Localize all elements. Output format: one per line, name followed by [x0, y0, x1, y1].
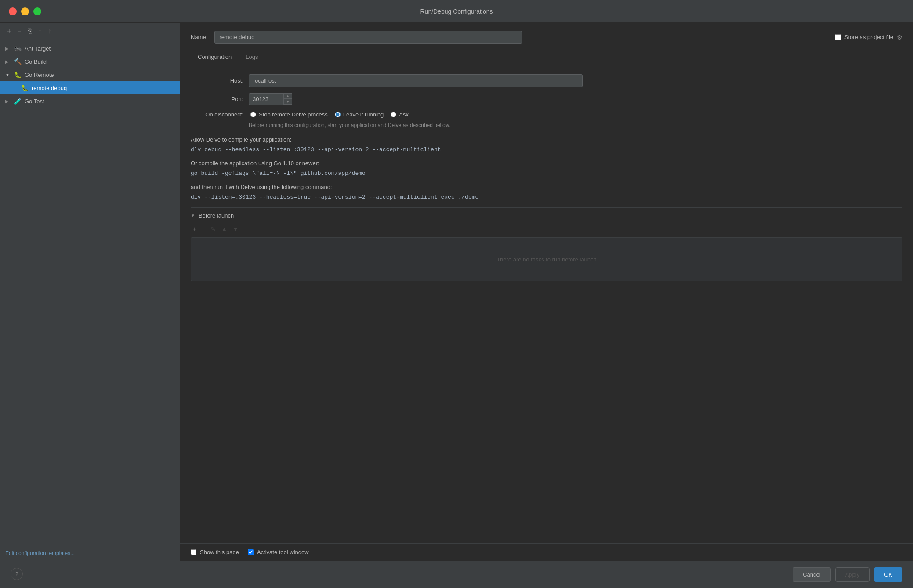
- ok-button[interactable]: OK: [874, 567, 902, 582]
- footer-buttons: Cancel Apply OK: [180, 561, 913, 588]
- code-block-2: go build -gcflags \"all=-N -l\" github.c…: [191, 170, 902, 177]
- config-tree: ▶ 🐜 Ant Target ▶ 🔨 Go Build ▼ 🐛 Go Remot…: [0, 40, 180, 544]
- port-row: Port: ▲ ▼: [191, 93, 902, 105]
- port-input[interactable]: [249, 93, 284, 105]
- host-row: Host:: [191, 74, 902, 87]
- disconnect-row: On disconnect: Stop remote Delve process…: [191, 111, 902, 118]
- before-launch-header[interactable]: ▼ Before launch: [191, 208, 902, 222]
- bl-down-button[interactable]: ▼: [230, 224, 241, 234]
- right-header: Name: Store as project file ⚙: [180, 23, 913, 49]
- title-bar: Run/Debug Configurations: [0, 0, 913, 23]
- port-wrapper: ▲ ▼: [249, 93, 292, 105]
- bl-up-button[interactable]: ▲: [219, 224, 229, 234]
- before-launch-label: Before launch: [199, 212, 234, 219]
- radio-stop-input[interactable]: [250, 112, 256, 117]
- window-title: Run/Debug Configurations: [420, 8, 493, 15]
- port-spinner: ▲ ▼: [283, 93, 292, 105]
- radio-leave[interactable]: Leave it running: [335, 111, 384, 118]
- empty-tasks-label: There are no tasks to run before launch: [496, 239, 597, 280]
- host-input[interactable]: [249, 74, 583, 87]
- store-project-label: Store as project file: [844, 34, 893, 40]
- tree-item-remote-debug[interactable]: 🐛 remote debug: [0, 81, 180, 94]
- tree-arrow-ant: ▶: [5, 46, 11, 51]
- cancel-button[interactable]: Cancel: [793, 567, 830, 582]
- tree-label-go-build: Go Build: [25, 58, 47, 65]
- tree-arrow-go-test: ▶: [5, 99, 11, 104]
- tree-label-go-test: Go Test: [25, 98, 44, 105]
- store-project-option: Store as project file ⚙: [835, 34, 902, 41]
- toolbar: + − ⎘ ↑ ↕: [0, 23, 180, 40]
- move-up-button[interactable]: ↑: [36, 26, 43, 36]
- collapse-arrow-icon: ▼: [191, 213, 195, 218]
- minimize-button[interactable]: [21, 7, 29, 15]
- bl-edit-button[interactable]: ✎: [208, 224, 218, 234]
- gear-icon[interactable]: ⚙: [897, 34, 902, 41]
- name-label: Name:: [191, 34, 207, 40]
- radio-ask-input[interactable]: [391, 112, 396, 117]
- add-config-button[interactable]: +: [5, 26, 13, 36]
- ant-icon: 🐜: [13, 44, 22, 53]
- tree-item-ant-target[interactable]: ▶ 🐜 Ant Target: [0, 42, 180, 55]
- before-launch-area: There are no tasks to run before launch: [191, 237, 902, 281]
- disconnect-label: On disconnect:: [191, 111, 243, 118]
- tree-item-go-build[interactable]: ▶ 🔨 Go Build: [0, 55, 180, 68]
- tab-configuration[interactable]: Configuration: [191, 49, 239, 65]
- show-page-label: Show this page: [200, 549, 239, 555]
- compile-text: Or compile the application using Go 1.10…: [191, 160, 902, 167]
- help-button[interactable]: ?: [11, 568, 23, 580]
- activate-window-checkbox[interactable]: [248, 549, 254, 555]
- port-label: Port:: [191, 96, 243, 102]
- tree-label-remote-debug: remote debug: [32, 85, 67, 91]
- store-project-checkbox[interactable]: [835, 34, 841, 40]
- tabs-bar: Configuration Logs: [180, 49, 913, 65]
- run-text: and then run it with Delve using the fol…: [191, 184, 902, 190]
- edit-templates-link[interactable]: Edit configuration templates...: [0, 544, 180, 563]
- right-panel: Name: Store as project file ⚙ Configurat…: [180, 23, 913, 588]
- info-text: Before running this configuration, start…: [249, 121, 902, 129]
- tree-label-go-remote: Go Remote: [25, 72, 54, 78]
- tree-arrow-go-remote: ▼: [5, 73, 11, 77]
- name-row: Name:: [191, 31, 824, 44]
- tree-label-ant: Ant Target: [25, 45, 51, 52]
- apply-button[interactable]: Apply: [835, 567, 870, 582]
- tree-arrow-go-build: ▶: [5, 59, 11, 64]
- bottom-options: Show this page Activate tool window: [180, 543, 913, 561]
- before-launch-toolbar: + − ✎ ▲ ▼: [191, 222, 902, 237]
- code-block-3: dlv --listen=:30123 --headless=true --ap…: [191, 194, 902, 200]
- config-content: Host: Port: ▲ ▼ On disconnect:: [180, 65, 913, 543]
- name-input[interactable]: [214, 31, 522, 44]
- show-page-option[interactable]: Show this page: [191, 549, 239, 555]
- tree-item-go-remote[interactable]: ▼ 🐛 Go Remote: [0, 68, 180, 81]
- radio-ask[interactable]: Ask: [391, 111, 409, 118]
- maximize-button[interactable]: [33, 7, 41, 15]
- sort-button[interactable]: ↕: [46, 26, 53, 36]
- before-launch-section: ▼ Before launch + − ✎ ▲ ▼ There are no t…: [191, 207, 902, 281]
- bl-add-button[interactable]: +: [191, 224, 199, 234]
- remove-config-button[interactable]: −: [15, 26, 23, 36]
- radio-leave-input[interactable]: [335, 112, 341, 117]
- tree-item-go-test[interactable]: ▶ 🧪 Go Test: [0, 94, 180, 108]
- window-controls: [9, 7, 41, 15]
- radio-stop[interactable]: Stop remote Delve process: [250, 111, 328, 118]
- go-build-icon: 🔨: [13, 57, 22, 66]
- go-remote-icon: 🐛: [13, 70, 22, 79]
- copy-config-button[interactable]: ⎘: [26, 26, 34, 36]
- go-test-icon: 🧪: [13, 97, 22, 105]
- remote-debug-icon: 🐛: [20, 83, 29, 92]
- show-page-checkbox[interactable]: [191, 549, 196, 555]
- port-up-button[interactable]: ▲: [283, 93, 292, 99]
- port-down-button[interactable]: ▼: [283, 99, 292, 105]
- code-block-1: dlv debug --headless --listen=:30123 --a…: [191, 146, 902, 153]
- main-container: + − ⎘ ↑ ↕ ▶ 🐜 Ant Target ▶ 🔨 Go Build ▼ …: [0, 23, 913, 588]
- close-button[interactable]: [9, 7, 17, 15]
- activate-window-label: Activate tool window: [257, 549, 309, 555]
- allow-text: Allow Delve to compile your application:: [191, 136, 902, 143]
- host-label: Host:: [191, 77, 243, 84]
- activate-window-option[interactable]: Activate tool window: [248, 549, 309, 555]
- bl-remove-button[interactable]: −: [199, 224, 207, 234]
- tab-logs[interactable]: Logs: [239, 49, 265, 65]
- left-panel: + − ⎘ ↑ ↕ ▶ 🐜 Ant Target ▶ 🔨 Go Build ▼ …: [0, 23, 180, 588]
